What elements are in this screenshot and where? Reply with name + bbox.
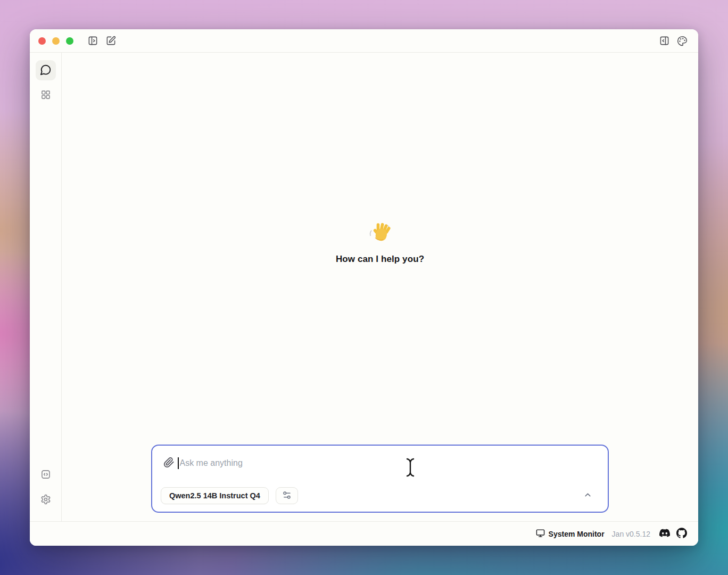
panel-left-toggle-icon — [88, 36, 98, 46]
monitor-icon — [536, 529, 545, 539]
system-monitor-label: System Monitor — [549, 530, 605, 538]
footer: System Monitor Jan v0.5.12 — [30, 521, 698, 546]
model-selector-button[interactable]: Qwen2.5 14B Instruct Q4 — [161, 487, 269, 504]
composer-collapse-button[interactable] — [580, 488, 595, 503]
close-button[interactable] — [38, 37, 46, 45]
composer-toolbar-row: Qwen2.5 14B Instruct Q4 — [161, 487, 599, 504]
discord-icon — [659, 528, 670, 540]
panel-right-toggle-icon — [659, 36, 669, 46]
main-content: How can I help you? — [62, 53, 698, 521]
chevron-up-icon — [583, 490, 592, 501]
app-version-label: Jan v0.5.12 — [612, 530, 650, 538]
sidebar-item-settings[interactable] — [36, 490, 56, 510]
sliders-icon — [282, 490, 292, 502]
new-chat-icon — [106, 36, 116, 46]
model-selector-label: Qwen2.5 14B Instruct Q4 — [169, 491, 260, 500]
composer: Qwen2.5 14B Instruct Q4 — [151, 445, 609, 513]
theme-palette-icon — [677, 36, 688, 46]
hub-grid-icon — [40, 89, 51, 102]
titlebar — [30, 29, 698, 53]
github-icon — [676, 528, 687, 540]
panel-left-toggle-button[interactable] — [85, 34, 100, 48]
text-caret — [178, 457, 179, 469]
traffic-lights — [38, 37, 73, 45]
composer-input-row — [161, 453, 599, 473]
prompt-input[interactable] — [180, 458, 600, 468]
model-settings-button[interactable] — [276, 487, 298, 504]
sidebar-item-hub[interactable] — [36, 85, 56, 105]
window-body: How can I help you? — [30, 53, 698, 521]
paperclip-icon — [163, 457, 175, 470]
settings-gear-icon — [40, 494, 51, 506]
sidebar-item-threads[interactable] — [36, 60, 56, 80]
new-chat-button[interactable] — [103, 34, 118, 48]
maximize-button[interactable] — [66, 37, 73, 45]
waving-hand-emoji — [368, 221, 392, 248]
sidebar-item-local-api-server[interactable] — [36, 465, 56, 485]
minimize-button[interactable] — [52, 37, 60, 45]
panel-right-toggle-button[interactable] — [657, 34, 672, 48]
jan-app-window: How can I help you? — [30, 29, 698, 546]
system-monitor-button[interactable]: System Monitor — [536, 529, 605, 539]
discord-link-button[interactable] — [658, 527, 672, 541]
greeting-title: How can I help you? — [274, 254, 486, 265]
theme-palette-button[interactable] — [675, 34, 690, 48]
github-link-button[interactable] — [675, 527, 689, 541]
local-api-server-icon — [40, 469, 51, 481]
chat-bubble-icon — [40, 64, 52, 77]
attach-file-button[interactable] — [161, 455, 177, 471]
sidebar — [30, 53, 62, 521]
greeting: How can I help you? — [274, 221, 486, 265]
